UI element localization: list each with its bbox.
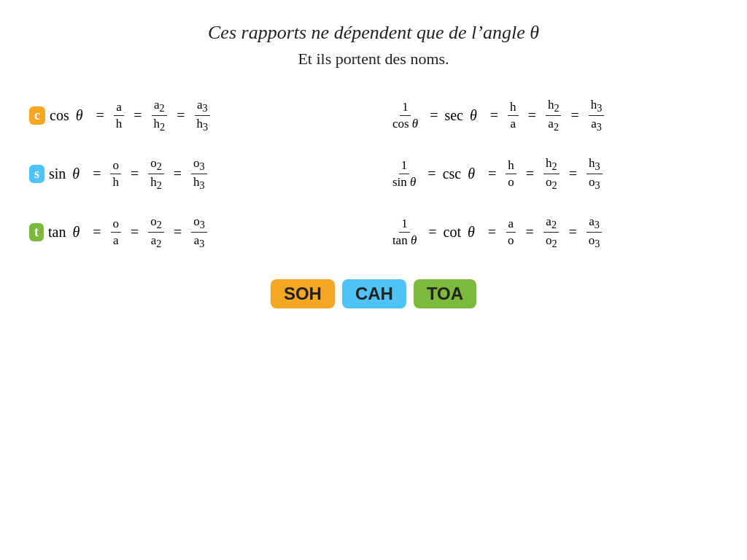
- sec-expr: 1cos θ = sec θ = ha = h2a2 = h3a3: [387, 98, 607, 134]
- tan-formula-left: t tan θ = oa = o2a2 = o3a3: [29, 214, 360, 251]
- page-subtitle: Et ils portent des noms.: [298, 50, 449, 69]
- formula-row-sin: s sin θ = oh = o2h2 = o3h3 1sin θ = csc …: [29, 156, 718, 192]
- tan-expr: tan θ = oa = o2a2 = o3a3: [48, 214, 210, 251]
- badge-sin: s: [29, 165, 44, 183]
- mnemonics-row: SOH CAH TOA: [271, 279, 476, 308]
- csc-formula-right: 1sin θ = csc θ = ho = h2o2 = h3o3: [387, 156, 718, 192]
- sin-expr: sin θ = oh = o2h2 = o3h3: [49, 156, 210, 192]
- formulas-container: c cos θ = ah = a2h2 = a3h3 1cos θ = sec …: [0, 98, 747, 257]
- csc-expr: 1sin θ = csc θ = ho = h2o2 = h3o3: [387, 156, 605, 192]
- badge-tan: t: [29, 223, 44, 241]
- cot-formula-right: 1tan θ = cot θ = ao = a2o2 = a3o3: [387, 214, 718, 251]
- toa-badge: TOA: [414, 279, 476, 308]
- cot-expr: 1tan θ = cot θ = ao = a2o2 = a3o3: [387, 214, 605, 251]
- badge-cos: c: [29, 106, 45, 125]
- sec-formula-right: 1cos θ = sec θ = ha = h2a2 = h3a3: [387, 98, 718, 134]
- soh-badge: SOH: [271, 279, 335, 308]
- cah-badge: CAH: [342, 279, 406, 308]
- cos-expr: cos θ = ah = a2h2 = a3h3: [50, 98, 213, 134]
- page-title: Ces rapports ne dépendent que de l’angle…: [208, 22, 539, 44]
- formula-row-tan: t tan θ = oa = o2a2 = o3a3 1tan θ = cot …: [29, 214, 718, 251]
- sin-formula-left: s sin θ = oh = o2h2 = o3h3: [29, 156, 360, 192]
- formula-row-cos: c cos θ = ah = a2h2 = a3h3 1cos θ = sec …: [29, 98, 718, 134]
- cos-formula-left: c cos θ = ah = a2h2 = a3h3: [29, 98, 360, 134]
